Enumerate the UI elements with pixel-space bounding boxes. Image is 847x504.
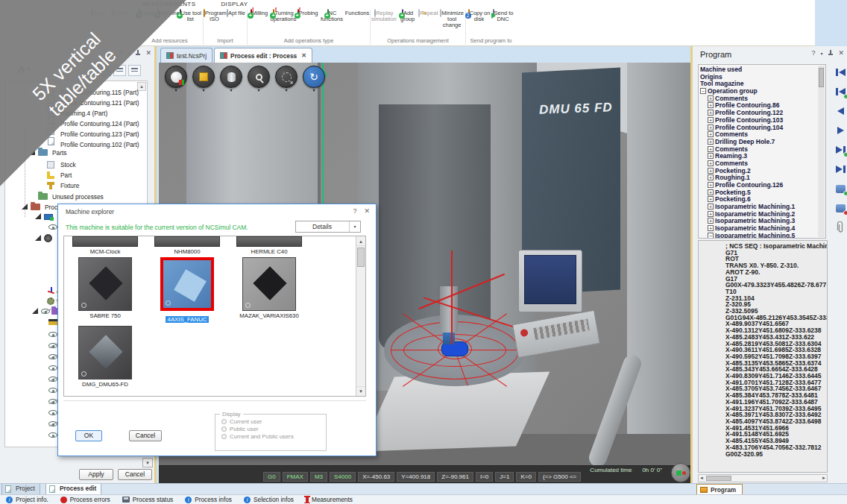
solid-view-button[interactable]: [192, 66, 215, 88]
statusbar-item[interactable]: Process status: [122, 496, 173, 503]
close-icon[interactable]: ✕: [301, 52, 306, 59]
chevron-down-icon[interactable]: ▾: [248, 88, 270, 93]
statusbar-item[interactable]: Project info.: [6, 496, 48, 503]
statusbar-item[interactable]: Selection infos: [244, 496, 294, 503]
eye-slash-icon[interactable]: [41, 309, 50, 314]
tab-project[interactable]: Project: [1, 484, 40, 495]
expand-icon[interactable]: +: [708, 95, 714, 101]
eye-icon[interactable]: [48, 365, 57, 371]
radio-current-user[interactable]: Current user: [215, 418, 326, 425]
attach-button[interactable]: [833, 221, 847, 234]
expand-icon[interactable]: +: [708, 182, 714, 188]
help-icon[interactable]: ?: [353, 207, 356, 215]
program-tree-item[interactable]: Origins: [700, 74, 825, 81]
eye-slash-icon[interactable]: [48, 354, 57, 359]
program-tree-item[interactable]: +Profile Contouring.126: [700, 182, 825, 189]
gcode-line[interactable]: G00Z-320.95: [725, 451, 827, 458]
eye-slash-icon[interactable]: [48, 399, 57, 404]
repeat-button[interactable]: Repeat: [418, 10, 439, 16]
program-tree-item[interactable]: +Isoparametric Machining.3: [700, 218, 825, 225]
visibility-row[interactable]: [48, 332, 57, 338]
close-icon[interactable]: ✕: [364, 207, 370, 215]
expand-icon[interactable]: −: [708, 233, 714, 239]
program-tree-item[interactable]: +Profile Contouring.103: [700, 117, 825, 125]
visibility-row[interactable]: [48, 343, 57, 350]
visibility-row[interactable]: [48, 421, 57, 428]
close-icon[interactable]: ✕: [145, 49, 151, 57]
expand-icon[interactable]: +: [708, 160, 714, 166]
probing-button[interactable]: Probing: [297, 10, 319, 16]
program-tree-item[interactable]: +Profile Contouring.122: [700, 110, 825, 117]
program-tree-item[interactable]: +Comments: [700, 95, 825, 103]
radio-public-user[interactable]: Public user: [215, 425, 326, 432]
details-dropdown[interactable]: Details ▾: [295, 221, 361, 233]
visibility-row[interactable]: [48, 354, 57, 361]
zoom-button[interactable]: [248, 66, 270, 88]
expand-icon[interactable]: +: [708, 174, 714, 180]
machine-item[interactable]: MAZAK_VARIAXIS630: [228, 257, 310, 324]
run-to-marker-button[interactable]: [833, 143, 847, 157]
expand-icon[interactable]: +: [708, 211, 714, 217]
program-tree-item[interactable]: +Comments: [700, 160, 825, 168]
radio-current-and-public[interactable]: Current and Public users: [215, 432, 326, 440]
expand-icon[interactable]: +: [708, 196, 714, 202]
gcode-listing[interactable]: ; NCS SEQ : Isoparametric MachiniG71ROTT…: [698, 240, 828, 473]
chevron-down-icon[interactable]: ▾: [820, 51, 822, 56]
machine-item[interactable]: SABRE 750: [64, 257, 146, 324]
expand-icon[interactable]: +: [708, 153, 714, 159]
program-tree-item[interactable]: +Roughing.1: [700, 174, 825, 182]
eye-icon[interactable]: [48, 432, 57, 438]
expand-icon[interactable]: +: [708, 110, 714, 116]
send-to-dnc-button[interactable]: Send to DNC: [491, 10, 515, 22]
expand-icon[interactable]: +: [708, 168, 714, 174]
machine-item[interactable]: NHM8000: [146, 236, 228, 255]
cancel-button[interactable]: Cancel: [118, 469, 152, 480]
program-tree-item[interactable]: +Pocketing.6: [700, 196, 825, 204]
tree-node-turret[interactable]: [35, 234, 52, 242]
expand-icon[interactable]: +: [708, 146, 714, 152]
machine-thumbnail[interactable]: [160, 257, 214, 311]
tree-scrollbar[interactable]: [818, 66, 825, 237]
selection-filter-button[interactable]: [275, 66, 297, 88]
expand-icon[interactable]: +: [708, 125, 714, 130]
view-mode-compact-button[interactable]: [128, 65, 141, 76]
copy-on-disk-button[interactable]: Copy on disk: [467, 10, 491, 22]
scroll-right-icon[interactable]: ►: [822, 475, 826, 482]
tab-process-edit[interactable]: Process edit : Process✕: [214, 48, 312, 63]
apply-button[interactable]: Apply: [79, 469, 113, 480]
program-tree-item[interactable]: Machine used: [700, 66, 825, 74]
turning-operations-button[interactable]: Turning operations: [271, 10, 297, 22]
replay-simulation-button[interactable]: Replay simulation: [371, 10, 397, 22]
statusbar-item[interactable]: Process errors: [60, 496, 110, 503]
tree-node-machine[interactable]: [35, 213, 53, 221]
machine-thumbnail[interactable]: [78, 257, 132, 311]
apt-file-button[interactable]: Apt file: [225, 10, 247, 16]
program-tree-item[interactable]: +Pocketing.2: [700, 168, 825, 175]
skip-to-end-button[interactable]: [833, 163, 847, 176]
tab-process-edit[interactable]: Process edit: [45, 484, 101, 495]
restart-marked-button[interactable]: [833, 85, 847, 98]
ribbon-tab-display[interactable]: DISPLAY: [219, 1, 249, 10]
machine-thumbnail[interactable]: [72, 236, 138, 247]
scroll-up-icon[interactable]: ▲: [356, 237, 365, 246]
gcode-line[interactable]: ; NCS SEQ : Isoparametric Machini: [725, 243, 827, 250]
program-tree-item[interactable]: +Isoparametric Machining.2: [700, 211, 825, 218]
visibility-row[interactable]: [48, 432, 57, 439]
expand-icon[interactable]: +: [708, 204, 714, 210]
play-forward-button[interactable]: [833, 124, 847, 137]
program-tree-item[interactable]: −Isoparametric Machining.5: [700, 233, 825, 239]
chevron-down-icon[interactable]: ▾: [275, 88, 297, 93]
eye-icon[interactable]: [48, 388, 57, 393]
close-icon[interactable]: ✕: [838, 49, 844, 57]
gcode-horizontal-scrollbar[interactable]: ◄ ►: [698, 474, 828, 482]
program-tree-item[interactable]: +Isoparametric Machining.4: [700, 225, 825, 233]
program-tree-item[interactable]: +Comments: [700, 131, 825, 139]
expand-arrow-icon[interactable]: [22, 204, 28, 210]
machine-item[interactable]: MCM-Clock: [64, 236, 146, 255]
eye-icon[interactable]: [48, 332, 57, 337]
ok-button[interactable]: OK: [75, 430, 102, 441]
expand-icon[interactable]: +: [708, 218, 714, 224]
stock-view-button[interactable]: [220, 66, 242, 88]
eye-slash-icon[interactable]: [48, 377, 57, 382]
gcode-line[interactable]: AROT Z-90.: [725, 269, 827, 276]
